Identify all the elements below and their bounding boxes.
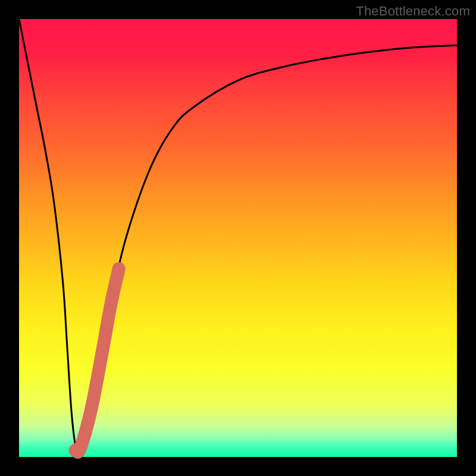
- series-highlight-segment: [69, 269, 119, 458]
- highlight-segment-path: [76, 269, 119, 452]
- chart-svg: [19, 19, 457, 457]
- bottleneck-curve-path: [19, 19, 457, 454]
- highlight-endpoint-dot: [69, 443, 83, 458]
- watermark-text: TheBottleneck.com: [356, 4, 470, 19]
- chart-frame: TheBottleneck.com: [0, 0, 476, 476]
- series-bottleneck-curve: [19, 19, 457, 454]
- plot-area: [19, 19, 457, 457]
